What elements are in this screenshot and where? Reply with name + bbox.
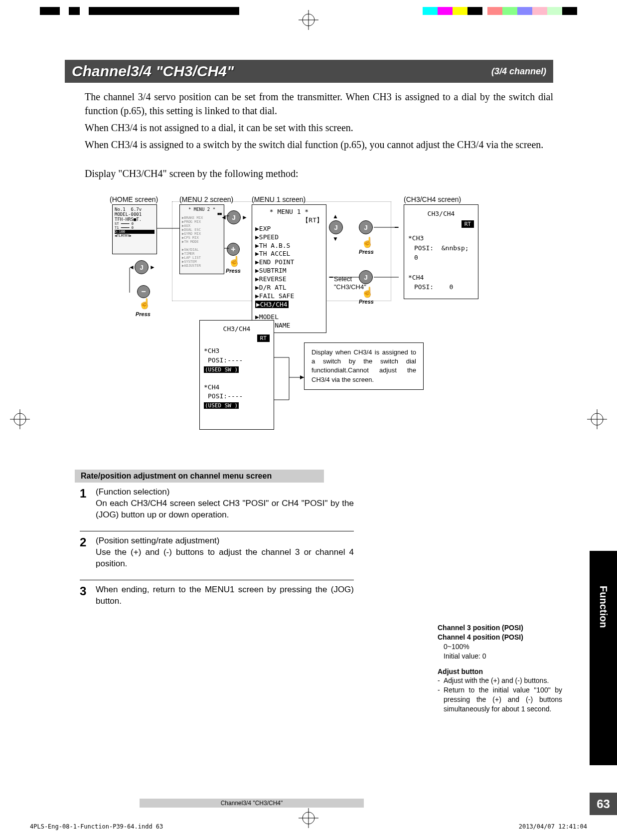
plus-button-icon: + [227, 243, 240, 256]
page-subtitle: (3/4 channel) [491, 66, 546, 77]
press-label: Press [359, 299, 374, 305]
intro-p2: When CH3/4 is not assigned to a dial, it… [85, 121, 553, 135]
hand-icon: ☝ [228, 255, 241, 267]
press-label: Press [226, 268, 241, 274]
print-info-left: 4PLS-Eng-08-1-Function-P39-64.indd 63 [30, 823, 163, 830]
step-3: 3 When ending, return to the MENU1 scree… [80, 580, 354, 617]
info-box: Display when CH3/4 is assigned to a swit… [304, 342, 424, 390]
press-label: Press [359, 249, 374, 255]
menu1-screen-thumb: * MENU 1 * 【RT】 ▶EXP ▶SPEED ▶TH A.B.S ▶T… [252, 204, 326, 333]
svg-marker-25 [300, 375, 304, 379]
ch34-screen-thumb: CH3/CH4 RT *CH3 POSI: &nnbsp; 0 *CH4 POS… [404, 204, 478, 299]
press-label: Press [136, 311, 151, 317]
menu2-screen-thumb: * MENU 2 * ■■ ▶BRAKE MIX▶PROG MIX▶AUX▶DU… [179, 204, 224, 274]
hand-icon: ☝ [361, 236, 374, 248]
print-info-right: 2013/04/07 12:41:04 [519, 823, 587, 830]
intro-p4: Display "CH3/CH4" screen by the followin… [85, 167, 553, 180]
svg-marker-19 [329, 277, 333, 278]
intro-text: The channel 3/4 servo position can be se… [65, 90, 553, 180]
jog-button-icon: J [359, 220, 373, 234]
jog-button-icon: J [329, 220, 343, 234]
minus-button-icon: − [137, 285, 150, 298]
menu1-screen-label: (MENU 1 screen) [252, 195, 306, 203]
intro-p3: When CH3/4 is assigned to a switch by th… [85, 138, 553, 152]
crop-mark-left [10, 409, 30, 431]
jog-button-icon: J [135, 260, 149, 274]
step-2: 2 (Position setting/rate adjustment) Use… [80, 531, 354, 580]
ch34-usedsw-screen: CH3/CH4 RT *CH3 POSI:---- (USED SW ) *CH… [199, 320, 274, 430]
jog-button-icon: J [227, 210, 241, 224]
crop-mark-top [299, 10, 318, 32]
ch34-screen-label: (CH3/CH4 screen) [404, 195, 461, 203]
jog-button-icon: J [359, 270, 373, 284]
step-1: 1 (Function selection) On each CH3/CH4 s… [80, 483, 354, 531]
navigation-diagram: (HOME screen) No.1 6.7vMODEL-0001TFH-HRS… [85, 195, 553, 465]
home-screen-thumb: No.1 6.7vMODEL-0001TFH-HRS■T. ST ━━━━ 0T… [112, 204, 157, 254]
title-bar: Channel3/4 "CH3/CH4" (3/4 channel) [65, 60, 553, 83]
crop-mark-right [587, 409, 607, 431]
intro-p1: The channel 3/4 servo position can be se… [85, 90, 553, 118]
page-number: 63 [590, 793, 617, 815]
page-title: Channel3/4 "CH3/CH4" [72, 63, 234, 80]
side-info-panel: Channel 3 position (POSI) Channel 4 posi… [438, 623, 562, 714]
crop-mark-bottom [299, 808, 318, 830]
footer-title: Channel3/4 "CH3/CH4" [140, 799, 364, 808]
side-tab: Function [590, 551, 617, 765]
svg-marker-17 [395, 227, 399, 228]
steps-list: 1 (Function selection) On each CH3/CH4 s… [80, 483, 354, 617]
hand-icon: ☝ [361, 286, 374, 298]
menu2-screen-label: (MENU 2 screen) [179, 195, 233, 203]
home-screen-label: (HOME screen) [110, 195, 158, 203]
section-header: Rate/position adjustment on channel menu… [75, 470, 324, 483]
hand-icon: ☝ [139, 298, 151, 310]
